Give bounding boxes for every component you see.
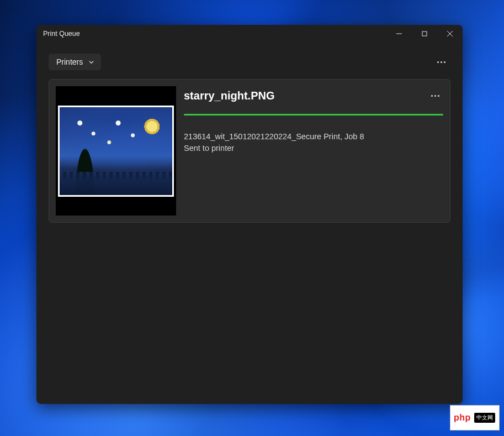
more-horizontal-icon xyxy=(431,95,439,97)
dropdown-label: Printers xyxy=(56,57,83,66)
minimize-icon xyxy=(396,31,402,36)
svg-rect-1 xyxy=(422,31,427,36)
window-title: Print Queue xyxy=(43,30,80,38)
job-thumbnail xyxy=(56,86,176,216)
close-button[interactable] xyxy=(437,25,463,43)
watermark: php 中文网 xyxy=(450,405,500,430)
watermark-tag: 中文网 xyxy=(474,413,495,423)
print-queue-window: Print Queue Printers starry_n xyxy=(36,25,463,404)
more-horizontal-icon xyxy=(437,61,445,63)
job-info: starry_night.PNG 213614_wit_150120212202… xyxy=(184,86,443,216)
toolbar-more-button[interactable] xyxy=(432,52,450,71)
job-progress-bar xyxy=(184,114,443,115)
printers-dropdown[interactable]: Printers xyxy=(49,54,101,70)
maximize-button[interactable] xyxy=(412,25,437,43)
titlebar: Print Queue xyxy=(36,25,463,43)
job-detail-line: 213614_wit_15012021220224_Secure Print, … xyxy=(184,131,443,143)
toolbar: Printers xyxy=(36,43,463,79)
watermark-logo: php xyxy=(454,413,471,423)
content-area: starry_night.PNG 213614_wit_150120212202… xyxy=(36,79,463,235)
thumbnail-image xyxy=(58,106,174,197)
job-more-button[interactable] xyxy=(427,88,443,103)
maximize-icon xyxy=(422,31,427,36)
minimize-button[interactable] xyxy=(386,25,412,43)
job-status: Sent to printer xyxy=(184,143,443,154)
print-job-card: starry_night.PNG 213614_wit_150120212202… xyxy=(49,79,450,223)
job-filename: starry_night.PNG xyxy=(184,90,427,102)
chevron-down-icon xyxy=(88,59,94,65)
close-icon xyxy=(447,31,453,36)
